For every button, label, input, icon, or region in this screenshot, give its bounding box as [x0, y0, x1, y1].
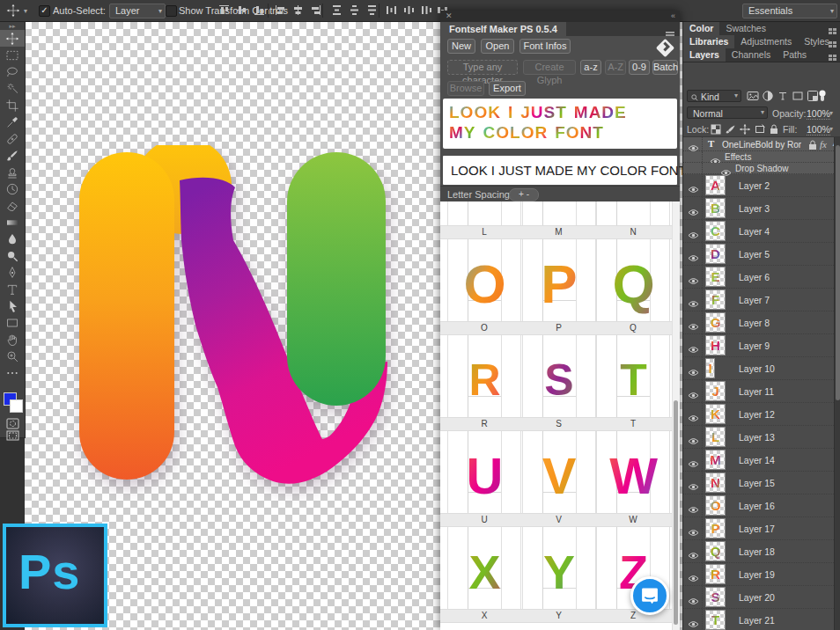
panel-menu-icon[interactable]: [829, 52, 836, 62]
align-bottom-edges-icon[interactable]: [254, 4, 266, 17]
glyph-cell-group[interactable]: P: [522, 239, 596, 321]
glyph-cell-group[interactable]: V: [522, 431, 596, 513]
new-button[interactable]: New: [447, 39, 475, 54]
visibility-eye-icon[interactable]: [688, 227, 699, 243]
layer-name[interactable]: Layer 2: [739, 180, 770, 191]
tab-libraries[interactable]: Libraries: [683, 35, 734, 48]
glyph-cell-group[interactable]: O: [447, 239, 521, 321]
glyph-cell[interactable]: U: [468, 431, 501, 513]
layer-row[interactable]: DLayer 5: [683, 243, 840, 266]
glyph-grid[interactable]: LMNOPQOPQRSTRSTUVWUVWXYZXYZ: [440, 201, 672, 630]
workspace-switcher[interactable]: Essentials▾: [742, 4, 837, 18]
tab-adjustments[interactable]: Adjustments: [734, 35, 798, 48]
collapse-panel-icon[interactable]: «: [671, 11, 674, 20]
glyph-cell-group[interactable]: [447, 201, 521, 225]
visibility-eye-icon[interactable]: [688, 593, 699, 609]
visibility-eye-icon[interactable]: [688, 341, 699, 357]
visibility-eye-icon[interactable]: [688, 364, 699, 380]
blend-mode-dropdown[interactable]: Normal▾: [687, 106, 768, 119]
layer-name[interactable]: Layer 19: [739, 569, 775, 580]
layer-name[interactable]: Layer 18: [739, 546, 775, 557]
create-glyph-button[interactable]: Create Glyph: [523, 60, 576, 75]
layer-row-text[interactable]: TOneLineBold by Roman Kor...fx▲: [683, 137, 840, 151]
layer-name[interactable]: Layer 11: [739, 386, 774, 397]
glyph-cell-group[interactable]: R: [447, 335, 521, 417]
layer-name[interactable]: Layer 6: [739, 272, 770, 282]
glyph-cell[interactable]: Q: [616, 239, 650, 321]
layer-row[interactable]: ILayer 10: [683, 357, 840, 380]
visibility-eye-icon[interactable]: [688, 319, 699, 334]
layer-thumbnail[interactable]: A: [705, 175, 726, 195]
glyph-cell-group[interactable]: Y: [522, 527, 596, 609]
glyph-cell[interactable]: Y: [542, 527, 576, 609]
layer-row[interactable]: RLayer 19: [683, 563, 840, 586]
align-right-edges-icon[interactable]: [310, 4, 322, 17]
visibility-eye-icon[interactable]: [688, 273, 699, 289]
increase-spacing-button[interactable]: +: [519, 189, 524, 199]
layer-row[interactable]: SLayer 20: [683, 586, 840, 609]
history-brush-tool[interactable]: [0, 180, 25, 197]
fill-caret-icon[interactable]: ▾: [829, 125, 833, 133]
opacity-caret-icon[interactable]: ▾: [829, 109, 833, 117]
open-button[interactable]: Open: [481, 39, 514, 54]
drop-shadow-label[interactable]: Drop Shadow: [735, 164, 789, 173]
layer-row[interactable]: QLayer 18: [683, 540, 840, 563]
layer-row[interactable]: MLayer 14: [683, 449, 840, 472]
dodge-tool[interactable]: [0, 247, 25, 264]
layer-name[interactable]: Layer 12: [739, 409, 775, 420]
visibility-eye-icon[interactable]: [688, 502, 699, 517]
layer-thumbnail[interactable]: P: [705, 518, 726, 538]
layer-thumbnail[interactable]: D: [705, 244, 726, 264]
layer-name[interactable]: Layer 14: [739, 455, 775, 465]
crop-tool[interactable]: [0, 97, 25, 114]
rectangular-marquee-tool[interactable]: [0, 47, 25, 63]
auto-select-checkbox[interactable]: ✓: [39, 5, 50, 17]
layer-thumbnail[interactable]: N: [705, 472, 726, 493]
letter-spacing-stepper[interactable]: + -: [509, 188, 539, 201]
decrease-spacing-button[interactable]: -: [527, 189, 529, 199]
az-lower-button[interactable]: a-z: [580, 60, 601, 75]
layer-row[interactable]: NLayer 15: [683, 472, 840, 494]
glyph-cell[interactable]: [468, 201, 501, 225]
layer-row[interactable]: JLayer 11: [683, 380, 840, 403]
layer-effects-row[interactable]: Effects: [683, 151, 840, 163]
layer-row[interactable]: GLayer 8: [683, 311, 840, 334]
glyph-cell-group[interactable]: W: [596, 431, 670, 513]
visibility-eye-icon[interactable]: [688, 387, 699, 403]
align-left-edges-icon[interactable]: [275, 4, 287, 17]
spot-healing-brush-tool[interactable]: [0, 130, 25, 147]
edit-toolbar[interactable]: [0, 364, 25, 381]
glyph-cell[interactable]: R: [468, 335, 501, 417]
layer-name[interactable]: Layer 15: [739, 478, 775, 488]
visibility-eye-icon[interactable]: [688, 410, 699, 426]
glyph-cell[interactable]: [616, 201, 650, 225]
toolbar-collapse-icon[interactable]: ▸▸: [0, 22, 25, 30]
close-icon[interactable]: ✕: [446, 11, 453, 20]
filter-kind-dropdown[interactable]: Kind▾: [687, 90, 741, 102]
layer-name[interactable]: Layer 16: [739, 501, 775, 511]
layer-row[interactable]: CLayer 4: [683, 220, 840, 243]
rectangle-tool[interactable]: [0, 314, 25, 331]
layer-thumbnail[interactable]: C: [705, 221, 726, 241]
path-selection-tool[interactable]: [0, 297, 25, 314]
layer-row[interactable]: PLayer 17: [683, 517, 840, 540]
layer-row[interactable]: BLayer 3: [683, 197, 840, 220]
chat-button[interactable]: [630, 576, 669, 615]
adjustment-layer-filter-icon[interactable]: [762, 90, 774, 106]
layer-thumbnail[interactable]: G: [705, 312, 726, 333]
layer-name[interactable]: Layer 9: [739, 341, 770, 351]
glyph-cell[interactable]: T: [616, 335, 650, 417]
right-bearing-cell[interactable]: [650, 201, 670, 225]
layer-thumbnail[interactable]: R: [705, 564, 726, 584]
drop-shadow-row[interactable]: Drop Shadow: [683, 163, 840, 174]
layer-thumbnail[interactable]: L: [705, 427, 726, 447]
layer-row[interactable]: OLayer 16: [683, 494, 840, 517]
move-tool[interactable]: [0, 30, 25, 47]
glyph-cell-group[interactable]: U: [447, 431, 521, 513]
glyph-cell[interactable]: O: [468, 239, 501, 321]
visibility-eye-icon[interactable]: [688, 524, 699, 540]
tool-preset-caret-icon[interactable]: ▾: [24, 7, 27, 15]
tab-channels[interactable]: Channels: [726, 48, 777, 62]
distribute-vertical-centers-icon[interactable]: [349, 4, 361, 17]
glyph-cell[interactable]: P: [542, 239, 576, 321]
